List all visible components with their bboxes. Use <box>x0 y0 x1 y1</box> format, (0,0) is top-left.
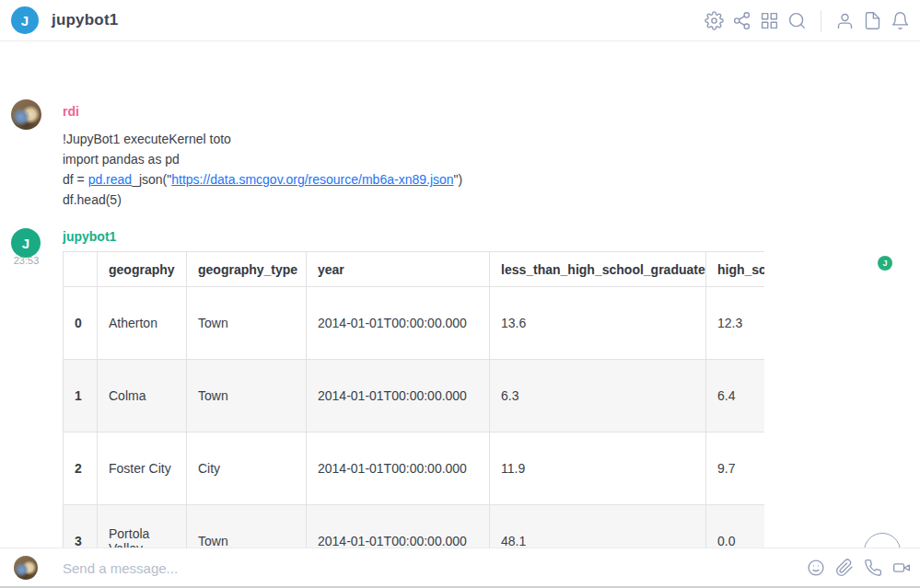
table-header-index <box>64 252 98 287</box>
table-row: 1 Colma Town 2014-01-01T00:00:00.000 6.3… <box>64 360 765 432</box>
message-rdi-body: !JupyBot1 executeKernel toto import pand… <box>63 129 462 210</box>
username-jupybot1[interactable]: jupybot1 <box>63 229 116 244</box>
video-camera-icon[interactable] <box>892 559 911 577</box>
table-cell: 9.7 <box>706 432 765 505</box>
table-cell: 2014-01-01T00:00:00.000 <box>307 360 490 432</box>
avatar-jupybot1[interactable]: J <box>11 228 41 258</box>
table-header-hs-graduate: high_school_graduate <box>706 252 765 287</box>
channel-header: J jupybot1 <box>0 0 920 41</box>
table-cell: Colma <box>98 360 187 432</box>
code-link[interactable]: pd.read <box>88 172 132 187</box>
table-cell: 2 <box>64 432 98 505</box>
table-cell: Foster City <box>98 432 187 505</box>
header-toolbar <box>705 0 910 41</box>
emoji-smiley-icon[interactable] <box>807 559 825 577</box>
dataframe-table: geography geography_type year less_than_… <box>63 251 764 588</box>
search-icon[interactable] <box>787 11 807 30</box>
file-icon[interactable] <box>863 11 882 30</box>
table-cell: 11.9 <box>490 432 706 505</box>
table-row: 2 Foster City City 2014-01-01T00:00:00.0… <box>64 432 765 505</box>
channel-avatar[interactable]: J <box>11 6 39 34</box>
table-cell: 6.3 <box>490 360 706 432</box>
phone-call-icon[interactable] <box>864 559 882 577</box>
avatar-rdi[interactable] <box>11 99 41 130</box>
composer-toolbar <box>807 548 911 587</box>
table-cell: Town <box>187 287 307 360</box>
table-header-less-than-hs: less_than_high_school_graduate <box>490 252 706 287</box>
table-header-geography: geography <box>98 252 187 287</box>
table-cell: Atherton <box>98 287 187 360</box>
message-line: df = pd.read_json("https://data.smcgov.o… <box>63 169 462 190</box>
table-header-geography-type: geography_type <box>187 252 307 287</box>
user-icon[interactable] <box>835 11 855 30</box>
apps-grid-icon[interactable] <box>760 11 779 30</box>
message-line: df.head(5) <box>63 190 462 210</box>
share-icon[interactable] <box>732 11 751 30</box>
table-cell: Town <box>187 360 307 432</box>
message-input[interactable] <box>63 548 781 587</box>
message-line: !JupyBot1 executeKernel toto <box>63 129 462 149</box>
table-cell: 12.3 <box>706 287 765 360</box>
message-line: import pandas as pd <box>63 149 462 169</box>
message-timestamp: 23:53 <box>10 255 42 266</box>
settings-gear-icon[interactable] <box>705 11 724 30</box>
bell-icon[interactable] <box>891 11 910 30</box>
unread-indicator-badge: J <box>878 256 892 271</box>
message-composer <box>0 548 920 588</box>
username-rdi[interactable]: rdi <box>63 104 79 119</box>
table-cell: 13.6 <box>490 287 706 360</box>
table-cell: 2014-01-01T00:00:00.000 <box>307 287 490 360</box>
dataset-url-link[interactable]: https://data.smcgov.org/resource/mb6a-xn… <box>171 172 453 187</box>
channel-title: jupybot1 <box>52 11 118 29</box>
table-row: 0 Atherton Town 2014-01-01T00:00:00.000 … <box>64 287 765 360</box>
table-cell: City <box>187 432 307 505</box>
table-cell: 0 <box>64 287 98 360</box>
message-list: rdi !JupyBot1 executeKernel toto import … <box>0 42 920 548</box>
attachment-paperclip-icon[interactable] <box>835 559 854 577</box>
toolbar-divider <box>821 10 821 32</box>
table-cell: 6.4 <box>706 360 765 432</box>
table-header-row: geography geography_type year less_than_… <box>64 252 765 287</box>
table-cell: 1 <box>64 360 98 432</box>
composer-user-avatar[interactable] <box>14 556 38 580</box>
table-header-year: year <box>307 252 490 287</box>
table-cell: 2014-01-01T00:00:00.000 <box>307 432 490 505</box>
dataframe-table-container: geography geography_type year less_than_… <box>63 251 764 588</box>
